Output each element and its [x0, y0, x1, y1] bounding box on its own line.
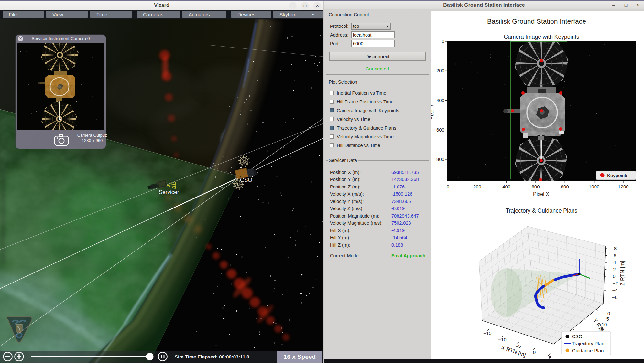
svg-text:−10: −10: [498, 337, 506, 342]
svg-text:−5: −5: [515, 343, 521, 349]
svg-text:−2: −2: [613, 281, 618, 286]
svg-text:Camera Image with Keypoints: Camera Image with Keypoints: [504, 34, 579, 40]
svg-text:2: 2: [613, 267, 616, 272]
svg-text:Pixel X: Pixel X: [533, 191, 549, 197]
svg-text:800: 800: [436, 156, 444, 162]
svg-text:1000: 1000: [589, 184, 599, 189]
svg-text:0: 0: [607, 311, 610, 316]
svg-text:−5: −5: [604, 316, 609, 322]
svg-text:Pixel Y: Pixel Y: [431, 103, 434, 120]
svg-text:600: 600: [436, 127, 444, 133]
svg-text:Trajectory Plan: Trajectory Plan: [572, 341, 604, 346]
svg-text:200: 200: [436, 68, 444, 73]
svg-text:Basilisk Ground Station Interf: Basilisk Ground Station Interface: [487, 17, 586, 25]
svg-text:1200: 1200: [618, 184, 628, 189]
svg-text:Guidance Plan: Guidance Plan: [572, 348, 604, 353]
svg-text:0: 0: [533, 349, 536, 355]
svg-text:5: 5: [549, 355, 551, 360]
svg-text:400: 400: [502, 184, 510, 189]
svg-text:800: 800: [561, 184, 569, 189]
svg-text:Keypoints: Keypoints: [607, 173, 628, 178]
svg-text:−4: −4: [612, 287, 618, 293]
svg-text:0: 0: [613, 273, 615, 279]
svg-text:6: 6: [614, 253, 616, 258]
svg-text:Z RTN [m]: Z RTN [m]: [619, 261, 626, 286]
svg-text:8: 8: [614, 246, 617, 251]
svg-text:0: 0: [442, 38, 444, 44]
svg-text:CSO: CSO: [572, 334, 583, 339]
svg-text:400: 400: [436, 98, 444, 103]
svg-text:−6: −6: [612, 294, 617, 300]
svg-text:0: 0: [447, 184, 449, 189]
svg-text:200: 200: [473, 184, 481, 189]
svg-text:X RTN [m]: X RTN [m]: [500, 345, 527, 358]
svg-text:4: 4: [613, 260, 616, 265]
svg-text:600: 600: [531, 184, 540, 189]
svg-text:−15: −15: [483, 330, 491, 336]
svg-text:Trajectory & Guidance Plans: Trajectory & Guidance Plans: [506, 208, 577, 214]
